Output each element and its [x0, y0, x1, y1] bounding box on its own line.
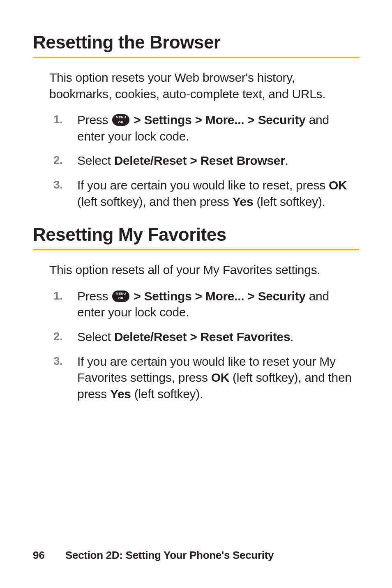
- heading-rule: [33, 249, 359, 250]
- step-body: If you are certain you would like to res…: [77, 353, 359, 402]
- step-item: 3. If you are certain you would like to …: [53, 353, 359, 402]
- heading-resetting-browser: Resetting the Browser: [33, 32, 359, 53]
- step-body: Select Delete/Reset > Reset Favorites.: [77, 329, 359, 345]
- menu-path: > Settings > More... > Security: [130, 289, 305, 303]
- step-body: Select Delete/Reset > Reset Browser.: [77, 152, 359, 169]
- steps-list: 1. Press > Settings > More... > Security…: [53, 288, 359, 402]
- text: .: [290, 330, 293, 344]
- text: Press: [77, 289, 111, 303]
- step-body: Press > Settings > More... > Security an…: [77, 112, 359, 144]
- text: Select: [77, 330, 114, 344]
- step-item: 3. If you are certain you would like to …: [53, 177, 359, 210]
- intro-text: This option resets all of your My Favori…: [49, 262, 359, 278]
- intro-text: This option resets your Web browser's hi…: [49, 69, 359, 102]
- heading-rule: [33, 57, 359, 58]
- menu-path: > Settings > More... > Security: [130, 113, 305, 127]
- step-body: If you are certain you would like to res…: [77, 177, 359, 210]
- step-number: 1.: [53, 112, 77, 127]
- page-footer: 96 Section 2D: Setting Your Phone's Secu…: [33, 549, 274, 562]
- menu-ok-icon: [112, 291, 129, 302]
- text: (left softkey).: [253, 195, 325, 208]
- manual-page: Resetting the Browser This option resets…: [0, 0, 392, 588]
- text: (left softkey), and then press: [77, 195, 233, 208]
- key-label: Yes: [110, 387, 131, 401]
- page-number: 96: [33, 549, 62, 562]
- step-number: 2.: [53, 152, 77, 168]
- step-number: 3.: [53, 353, 77, 369]
- step-item: 1. Press > Settings > More... > Security…: [53, 112, 359, 144]
- step-number: 3.: [53, 177, 77, 193]
- text: (left softkey).: [131, 387, 203, 401]
- key-label: OK: [211, 371, 229, 384]
- step-number: 1.: [53, 288, 77, 304]
- menu-path: Delete/Reset > Reset Favorites: [114, 330, 291, 344]
- text: Press: [77, 113, 111, 127]
- menu-path: Delete/Reset > Reset Browser: [114, 154, 285, 167]
- step-item: 2. Select Delete/Reset > Reset Browser.: [53, 152, 359, 169]
- step-item: 1. Press > Settings > More... > Security…: [53, 288, 359, 321]
- menu-ok-icon: [112, 114, 129, 126]
- section-title: Section 2D: Setting Your Phone's Securit…: [65, 549, 274, 561]
- step-body: Press > Settings > More... > Security an…: [77, 288, 359, 321]
- key-label: Yes: [233, 195, 254, 208]
- step-number: 2.: [53, 329, 77, 344]
- text: .: [285, 154, 288, 167]
- text: Select: [77, 154, 114, 167]
- text: If you are certain you would like to res…: [77, 178, 329, 192]
- heading-resetting-favorites: Resetting My Favorites: [33, 224, 359, 245]
- steps-list: 1. Press > Settings > More... > Security…: [53, 112, 359, 210]
- key-label: OK: [329, 178, 347, 192]
- step-item: 2. Select Delete/Reset > Reset Favorites…: [53, 329, 359, 345]
